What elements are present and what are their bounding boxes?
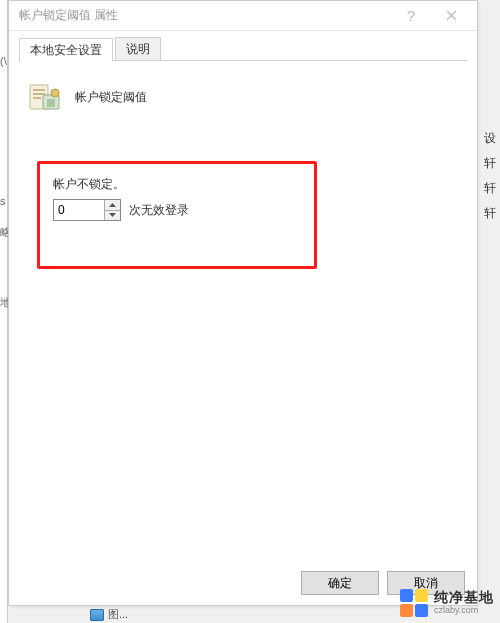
svg-rect-5 (47, 99, 55, 107)
bg-text-fragment: s (0, 195, 6, 207)
tab-explain[interactable]: 说明 (115, 37, 161, 61)
svg-rect-1 (33, 89, 45, 91)
bg-bottom-fragment: 图... (90, 606, 190, 623)
close-icon (446, 10, 457, 21)
policy-title: 帐户锁定阈值 (75, 89, 147, 106)
watermark: 纯净基地 czlaby.com (400, 589, 494, 617)
watermark-text: 纯净基地 czlaby.com (434, 590, 494, 615)
bg-text-fragment: 轩 (484, 180, 496, 197)
tab-strip: 本地安全设置 说明 (19, 37, 467, 61)
bg-text-fragment: 轩 (484, 205, 496, 222)
chevron-up-icon (109, 203, 116, 207)
tab-security-settings[interactable]: 本地安全设置 (19, 38, 113, 62)
chevron-down-icon (109, 213, 116, 217)
svg-rect-3 (33, 97, 41, 99)
bg-text-fragment: 轩 (484, 155, 496, 172)
threshold-spinner[interactable] (53, 199, 121, 221)
svg-point-6 (51, 89, 59, 97)
help-button[interactable]: ? (391, 2, 431, 30)
image-icon (90, 609, 104, 621)
watermark-logo-icon (400, 589, 428, 617)
field-unit: 次无效登录 (129, 202, 189, 219)
titlebar[interactable]: 帐户锁定阈值 属性 ? (9, 1, 477, 31)
watermark-cn: 纯净基地 (434, 590, 494, 605)
bg-text-fragment: (\ (0, 55, 7, 67)
watermark-en: czlaby.com (434, 606, 494, 616)
ok-button[interactable]: 确定 (301, 571, 379, 595)
lockout-threshold-field: 帐户不锁定。 次无效登录 (53, 176, 189, 221)
dialog-title: 帐户锁定阈值 属性 (19, 7, 391, 24)
close-button[interactable] (431, 2, 471, 30)
properties-dialog: 帐户锁定阈值 属性 ? 本地安全设置 说明 帐户锁定阈值 帐户不锁定。 (8, 0, 478, 606)
spinner-buttons (104, 200, 120, 220)
policy-header: 帐户锁定阈值 (27, 79, 459, 115)
bg-text-fragment: 设 (484, 130, 496, 147)
tab-content: 帐户锁定阈值 (9, 61, 477, 129)
field-label: 帐户不锁定。 (53, 176, 189, 193)
threshold-input[interactable] (54, 200, 104, 220)
spinner-up-button[interactable] (105, 200, 120, 211)
background-window-left-edge (0, 0, 8, 623)
policy-icon (27, 79, 63, 115)
spinner-down-button[interactable] (105, 211, 120, 221)
